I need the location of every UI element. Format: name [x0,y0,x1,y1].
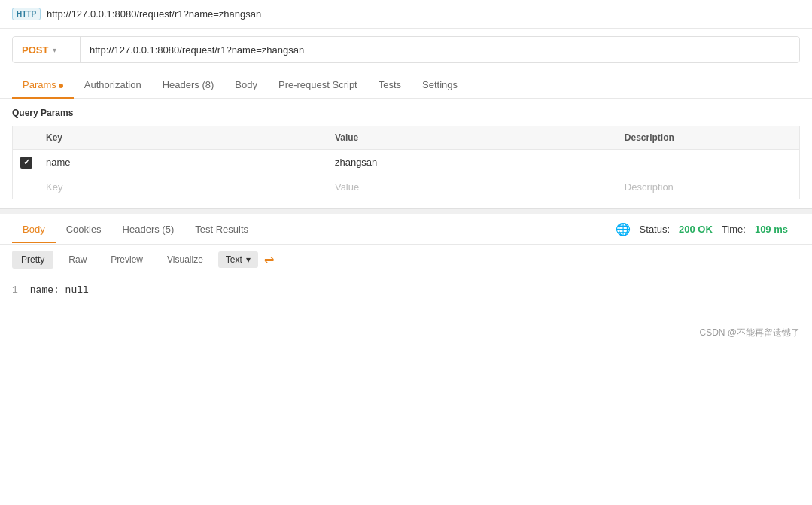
empty-row-desc[interactable]: Description [616,175,800,199]
row-key[interactable]: name [37,150,326,175]
response-panel: Body Cookies Headers (5) Test Results 🌐 … [0,214,812,321]
col-header-value: Value [326,126,616,150]
response-tabs-left: Body Cookies Headers (5) Test Results [12,216,259,242]
url-input[interactable] [81,37,799,62]
checkbox-checked[interactable] [20,157,32,169]
tab-body[interactable]: Body [224,71,268,98]
response-format-bar: Pretty Raw Preview Visualize Text ▾ ⇌ [0,245,812,275]
tab-authorization[interactable]: Authorization [74,71,152,98]
chevron-down-icon: ▾ [53,46,56,54]
empty-row-checkbox [13,175,38,199]
format-tab-preview[interactable]: Preview [102,251,152,269]
watermark: CSDN @不能再留遗憾了 [0,321,812,345]
response-status: 🌐 Status: 200 OK Time: 109 ms [604,214,800,244]
method-text: POST [22,44,48,56]
text-format-label: Text [226,254,242,265]
tab-settings[interactable]: Settings [412,71,468,98]
line-number: 1 [12,284,18,296]
title-url: http://127.0.0.1:8080/request/r1?name=zh… [47,8,261,20]
method-selector[interactable]: POST ▾ [13,37,81,62]
response-line: 1 name: null [12,284,800,296]
request-tabs-bar: Params Authorization Headers (8) Body Pr… [0,71,812,99]
col-header-key: Key [37,126,326,150]
key-placeholder: Key [46,181,62,193]
table-row: name zhangsan [13,150,800,175]
col-checkbox [13,126,38,150]
status-value: 200 OK [679,224,713,235]
tab-cookies[interactable]: Cookies [56,216,112,242]
status-label: Status: [640,224,670,235]
http-icon: HTTP [12,8,41,20]
section-title: Query Params [12,108,800,118]
request-panel: POST ▾ [0,29,812,71]
tab-test-results[interactable]: Test Results [184,216,259,242]
title-bar: HTTP http://127.0.0.1:8080/request/r1?na… [0,0,812,29]
table-header-row: Key Value Description [13,126,800,150]
time-label: Time: [722,224,746,235]
tab-params[interactable]: Params [12,71,74,98]
value-placeholder: Value [335,181,359,193]
row-description[interactable] [616,150,800,175]
row-value[interactable]: zhangsan [326,150,616,175]
response-content: name: null [30,284,89,296]
row-checkbox-cell[interactable] [13,150,38,175]
empty-row-value[interactable]: Value [326,175,616,199]
tab-tests[interactable]: Tests [368,71,412,98]
params-section: Query Params Key Value Description name … [0,99,812,208]
tab-response-body[interactable]: Body [12,216,56,242]
params-table: Key Value Description name zhangsan Key [12,126,800,199]
format-tab-visualize[interactable]: Visualize [158,251,212,269]
tab-headers[interactable]: Headers (8) [152,71,225,98]
table-empty-row: Key Value Description [13,175,800,199]
wrap-icon[interactable]: ⇌ [264,252,274,266]
dropdown-chevron-icon: ▾ [246,254,251,265]
tab-response-headers[interactable]: Headers (5) [112,216,185,242]
format-tab-raw[interactable]: Raw [59,251,96,269]
time-value: 109 ms [755,224,788,235]
response-divider [0,208,812,214]
response-body: 1 name: null [0,275,812,321]
text-format-dropdown[interactable]: Text ▾ [218,251,258,268]
desc-placeholder: Description [625,181,674,193]
col-header-desc: Description [616,126,800,150]
empty-row-key[interactable]: Key [37,175,326,199]
tab-pre-request[interactable]: Pre-request Script [268,71,368,98]
params-dot [59,84,63,88]
url-bar: POST ▾ [12,36,800,63]
globe-icon: 🌐 [616,222,631,236]
format-tab-pretty[interactable]: Pretty [12,251,53,269]
response-tabs-bar: Body Cookies Headers (5) Test Results 🌐 … [0,214,812,245]
